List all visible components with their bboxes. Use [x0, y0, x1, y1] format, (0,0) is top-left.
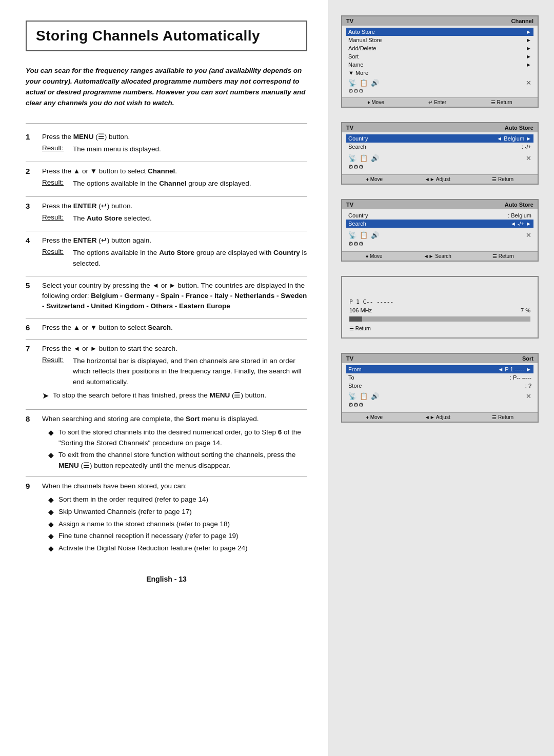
tv-screen-1-body: Auto Store ► Manual Store ► Add/Delete ►… [342, 26, 538, 97]
result-text-7: The horizontal bar is displayed, and the… [73, 356, 307, 387]
screen3-country-label: Country [348, 212, 368, 218]
menu-add-delete-arrow: ► [526, 45, 531, 51]
step-6: 6 Press the ▲ or ▼ button to select Sear… [26, 319, 307, 340]
step-7: 7 Press the ◄ or ► button to start the s… [26, 340, 307, 410]
screen2-country-row: Country ◄ Belgium ► [346, 134, 533, 143]
bullet-9-2-text: Skip Unwanted Channels (refer to page 17… [58, 507, 192, 518]
screen5-to-value: : P-- ----- [510, 374, 531, 381]
tv-screen-3-header: TV Auto Store [342, 200, 538, 209]
tv-label-3: TV [346, 202, 353, 208]
tv-label-1: TV [346, 18, 353, 24]
menu-more-label: ▼ More [348, 70, 368, 76]
step-num-7: 7 [26, 344, 35, 353]
step-8: 8 When searching and storing are complet… [26, 410, 307, 477]
progress-freq: 106 MHz [349, 307, 372, 313]
screen5-to-label: To [348, 374, 354, 381]
result-label-3: Result: [42, 213, 69, 221]
screen5-store-label: Store [348, 383, 362, 389]
bullet-9-2: ◆ Skip Unwanted Channels (refer to page … [48, 507, 307, 518]
step-8-text: When searching and storing are complete,… [42, 414, 307, 424]
screen3-country-value: : Belgium [508, 212, 531, 218]
step-num-3: 3 [26, 202, 35, 210]
bullet-9-3-text: Assign a name to the stored channels (re… [58, 519, 230, 530]
tv-header-right-5: Sort [522, 355, 533, 362]
tv-screen-1-footer: ♦ Move ↵ Enter ☰ Return [342, 97, 538, 107]
tv-header-right-2: Auto Store [505, 125, 533, 131]
s3-icon-c: 🔊 [371, 231, 379, 239]
screen3-search-row: Search ◄ -/+ ► [346, 220, 533, 228]
footer-note: English - 13 [26, 575, 307, 583]
left-content: Storing Channels Automatically You can s… [0, 0, 328, 756]
intro-text: You can scan for the frequency ranges av… [26, 66, 307, 109]
menu-auto-store-arrow: ► [526, 29, 531, 35]
footer-move-3: ♦ Move [366, 253, 382, 259]
menu-manual-store-arrow: ► [526, 37, 531, 43]
screen2-country-label: Country [348, 135, 368, 142]
step-6-text: Press the ▲ or ▼ button to select Search… [42, 323, 307, 333]
bullet-8-1: ◆ To sort the stored channels into the d… [48, 427, 307, 449]
page-title: Storing Channels Automatically [36, 28, 297, 44]
bullet-9-1: ◆ Sort them in the order required (refer… [48, 494, 307, 506]
tv-screen-1: TV Channel Auto Store ► Manual Store ► A… [341, 15, 539, 108]
s5-icon-b: 📋 [360, 392, 368, 400]
tv-label-2: TV [346, 125, 353, 131]
footer-move-1: ♦ Move [367, 100, 384, 105]
bullet-d-3: ◆ [48, 519, 54, 530]
bullet-d-4: ◆ [48, 531, 54, 542]
screen2-search-row: Search : -/+ [346, 143, 533, 151]
step-9: 9 When the channels have been stored, yo… [26, 477, 307, 560]
menu-name-label: Name [348, 62, 363, 68]
step-7-note: ➤ To stop the search before it has finis… [42, 390, 307, 402]
step-num-2: 2 [26, 167, 35, 175]
tv-screen-5: TV Sort From ◄ P 1 ----- ► To : P-- ----… [341, 353, 539, 423]
tv-screen-5-header: TV Sort [342, 354, 538, 363]
step-num-9: 9 [26, 482, 35, 490]
screen5-to-row: To : P-- ----- [346, 373, 533, 382]
step-9-text: When the channels have been stored, you … [42, 481, 307, 491]
s3-icon-a: 📡 [348, 231, 357, 239]
step-7-text: Press the ◄ or ► button to start the sea… [42, 344, 307, 354]
s3-icon-d: ✕ [526, 231, 531, 239]
bullet-8-1-text: To sort the stored channels into the des… [58, 427, 307, 449]
step-3: 3 Press the ENTER (↵) button. Result: Th… [26, 197, 307, 232]
s5-icon-a: 📡 [348, 392, 357, 400]
result-text-4: The options available in the Auto Store … [73, 248, 307, 269]
footer-adjust-5: ◄► Adjust [425, 414, 450, 420]
step-5: 5 Select your country by pressing the ◄ … [26, 276, 307, 319]
step-1: 1 Press the MENU (☰) button. Result: The… [26, 128, 307, 163]
tv-header-right-3: Auto Store [505, 202, 533, 208]
result-label-2: Result: [42, 178, 69, 186]
footer-adjust-2: ◄► Adjust [425, 176, 450, 182]
footer-move-2: ♦ Move [366, 176, 383, 182]
tv-header-right-1: Channel [511, 18, 533, 24]
screen5-from-row: From ◄ P 1 ----- ► [346, 365, 533, 373]
menu-auto-store-label: Auto Store [348, 29, 375, 35]
result-text-2: The options available in the Channel gro… [73, 178, 307, 189]
page: Storing Channels Automatically You can s… [0, 0, 554, 756]
arrow-icon: ➤ [42, 390, 49, 402]
step-7-note-text: To stop the search before it has finishe… [53, 390, 266, 401]
menu-sort-label: Sort [348, 53, 359, 59]
footer-enter-1: ↵ Enter [428, 100, 446, 105]
step-2-text: Press the ▲ or ▼ button to select Channe… [42, 166, 307, 176]
tv-screen-2: TV Auto Store Country ◄ Belgium ► Search… [341, 122, 539, 185]
result-label-4: Result: [42, 248, 69, 255]
footer-return-5: ☰ Return [492, 414, 513, 420]
tv-screen-5-body: From ◄ P 1 ----- ► To : P-- ----- Store … [342, 363, 538, 412]
screen5-from-label: From [348, 366, 362, 372]
bullet-8-2-text: To exit from the channel store function … [58, 450, 307, 471]
s2-icon-c: 🔊 [371, 154, 379, 162]
footer-return-1: ☰ Return [491, 100, 512, 105]
bullet-9-4-text: Fine tune channel reception if necessary… [58, 531, 238, 542]
tv-screen-2-body: Country ◄ Belgium ► Search : -/+ 📡 📋 🔊 ✕… [342, 132, 538, 174]
tv-screen-3: TV Auto Store Country : Belgium Search ◄… [341, 199, 539, 262]
screen2-country-value: ◄ Belgium ► [497, 135, 531, 142]
progress-bar [349, 316, 530, 322]
s2-icon-a: 📡 [348, 154, 357, 162]
menu-more: ▼ More [346, 69, 533, 77]
footer-return-3: ☰ Return [492, 253, 514, 259]
menu-name-arrow: ► [526, 62, 531, 68]
tv-icon-1c: 🔊 [371, 79, 379, 87]
step-8-bullets: ◆ To sort the stored channels into the d… [48, 427, 307, 471]
progress-bar-fill [349, 316, 362, 322]
